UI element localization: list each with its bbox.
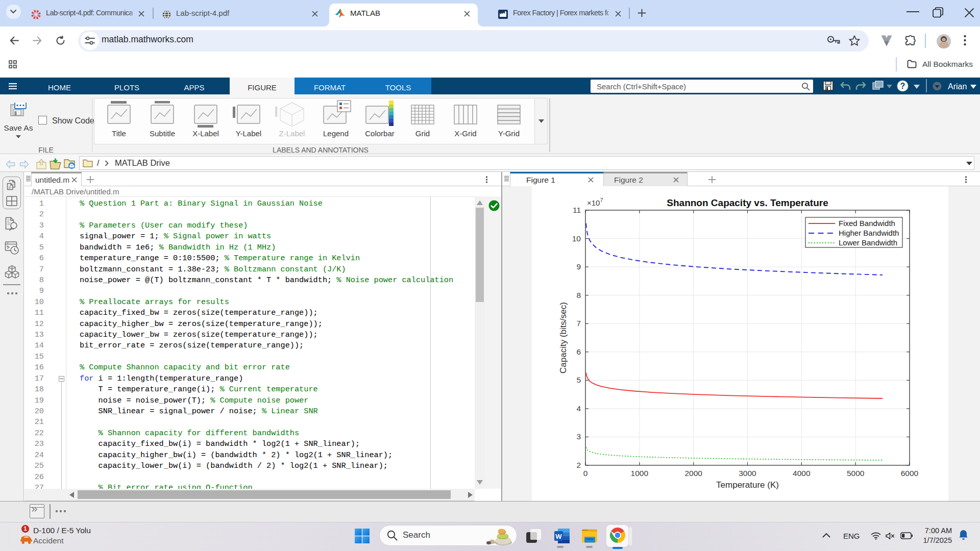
svg-text:11: 11 (573, 206, 581, 214)
svg-text:Shannon Capacity vs. Temperatu: Shannon Capacity vs. Temperature (667, 197, 828, 208)
svg-text:9: 9 (576, 262, 581, 271)
svg-text:1000: 1000 (631, 469, 649, 478)
svg-text:10: 10 (572, 234, 581, 243)
svg-text:Higher Bandwidth: Higher Bandwidth (839, 229, 899, 237)
svg-text:6: 6 (576, 347, 581, 356)
svg-text:W: W (555, 533, 562, 540)
svg-text:3: 3 (576, 432, 581, 441)
svg-text:0: 0 (583, 469, 588, 478)
svg-text:3000: 3000 (739, 469, 756, 478)
svg-text:4: 4 (576, 404, 581, 413)
svg-text:6000: 6000 (901, 469, 919, 478)
svg-text:Temperature (K): Temperature (K) (716, 480, 779, 490)
svg-text:2000: 2000 (684, 469, 702, 478)
svg-text:8: 8 (576, 291, 581, 299)
svg-text:5000: 5000 (847, 469, 865, 478)
svg-text:Capacity (bits/sec): Capacity (bits/sec) (558, 302, 568, 373)
svg-text:2: 2 (576, 461, 581, 469)
svg-text:Fixed Bandwidth: Fixed Bandwidth (839, 219, 895, 228)
svg-text:5: 5 (576, 375, 581, 384)
svg-text:4000: 4000 (793, 469, 811, 478)
svg-text:Lower Bandwidth: Lower Bandwidth (839, 238, 897, 247)
svg-text:7: 7 (576, 319, 581, 328)
svg-text:×107: ×107 (587, 197, 603, 207)
